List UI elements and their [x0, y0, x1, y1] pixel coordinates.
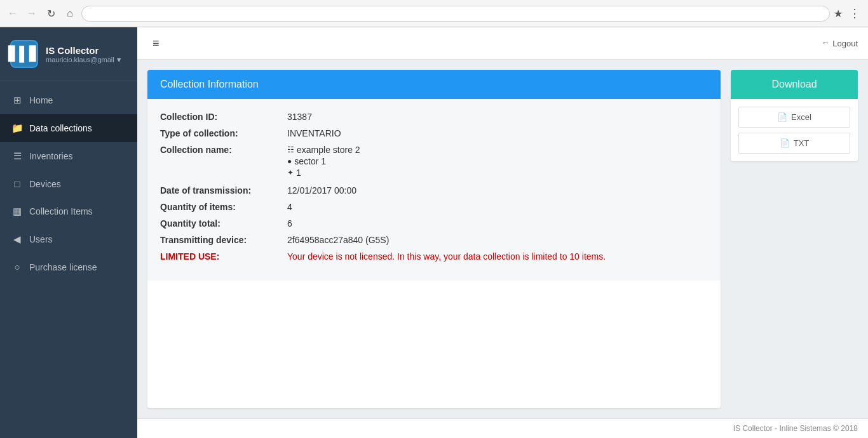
home-button[interactable]: ⌂: [62, 6, 78, 21]
sidebar-item-users[interactable]: ◀ Users: [0, 225, 137, 253]
sidebar-item-home[interactable]: ⊞ Home: [0, 86, 137, 114]
main-content: ≡ → Logout Collection Information Collec…: [137, 27, 868, 438]
info-row-date: Date of transmission: 12/01/2017 00:00: [160, 185, 708, 196]
sidebar-item-inventories-label: Inventories: [29, 151, 72, 161]
back-button[interactable]: ←: [5, 6, 20, 21]
sidebar-user-email: mauricio.klaus@gmail ▼: [46, 56, 123, 63]
logo-icon: ▋▌▋: [10, 40, 38, 68]
info-row-limited-use: LIMITED USE: Your device is not licensed…: [160, 251, 708, 262]
collection-panel-header: Collection Information: [147, 70, 721, 99]
download-panel-header: Download: [731, 70, 858, 99]
qty-items-value: 4: [287, 202, 292, 212]
list-icon: ☰: [11, 150, 23, 162]
type-value: INVENTARIO: [287, 128, 341, 138]
collection-name-line1: ☷ example store 2: [287, 145, 360, 155]
user-icon: ◀: [11, 234, 23, 245]
sidebar-item-data-collections[interactable]: 📁 Data collections: [0, 114, 137, 142]
sidebar-item-data-collections-label: Data collections: [29, 123, 92, 133]
collection-panel: Collection Information Collection ID: 31…: [147, 70, 721, 408]
qty-total-label: Quantity total:: [160, 218, 287, 229]
list-icon-small: ☷: [287, 145, 294, 154]
excel-download-button[interactable]: 📄 Excel: [738, 107, 850, 128]
hamburger-button[interactable]: ≡: [147, 35, 165, 51]
home-icon: ⊞: [11, 95, 23, 106]
logout-button[interactable]: → Logout: [822, 39, 858, 48]
download-panel-body: 📄 Excel 📄 TXT: [731, 99, 858, 161]
excel-label: Excel: [791, 112, 811, 122]
collection-name-line3: ✦ 1: [287, 168, 360, 178]
grid-icon: ▦: [11, 206, 23, 217]
qty-items-label: Quantity of items:: [160, 202, 287, 212]
download-panel: Download 📄 Excel 📄 TXT: [731, 70, 858, 408]
sidebar-item-devices-label: Devices: [29, 179, 61, 189]
collection-name-label: Collection name:: [160, 145, 287, 155]
browser-toolbar: ← → ↻ ⌂ www.iscollector.com/app/manager/…: [0, 0, 868, 27]
folder-icon: 📁: [11, 123, 23, 134]
sidebar: ▋▌▋ IS Collector mauricio.klaus@gmail ▼ …: [0, 27, 137, 438]
excel-icon: 📄: [777, 112, 787, 122]
collection-panel-body: Collection ID: 31387 Type of collection:…: [147, 99, 721, 281]
info-row-collection-id: Collection ID: 31387: [160, 112, 708, 122]
logout-icon: →: [822, 39, 830, 48]
qty-total-value: 6: [287, 218, 292, 229]
url-input[interactable]: www.iscollector.com/app/manager/collect/…: [90, 9, 822, 18]
bookmark-button[interactable]: ★: [834, 8, 843, 20]
topbar: ≡ → Logout: [137, 27, 868, 60]
sidebar-nav: ⊞ Home 📁 Data collections ☰ Inventories …: [0, 81, 137, 438]
sidebar-item-devices[interactable]: □ Devices: [0, 170, 137, 197]
txt-label: TXT: [794, 138, 810, 148]
brand-name: IS Collector: [46, 45, 123, 56]
puzzle-icon: ✦: [287, 168, 294, 177]
address-bar[interactable]: www.iscollector.com/app/manager/collect/…: [81, 6, 830, 22]
sidebar-item-collection-items[interactable]: ▦ Collection Items: [0, 197, 137, 225]
sidebar-item-users-label: Users: [29, 234, 53, 244]
browser-menu-button[interactable]: ⋮: [846, 4, 863, 23]
app-wrapper: ▋▌▋ IS Collector mauricio.klaus@gmail ▼ …: [0, 27, 868, 438]
sidebar-brand: IS Collector mauricio.klaus@gmail ▼: [46, 45, 123, 63]
device-icon: □: [11, 178, 23, 189]
info-row-quantity-total: Quantity total: 6: [160, 218, 708, 229]
date-value: 12/01/2017 00:00: [287, 185, 356, 196]
logout-label: Logout: [832, 39, 858, 48]
sidebar-item-purchase-license-label: Purchase license: [29, 262, 97, 272]
limited-use-label: LIMITED USE:: [160, 251, 287, 262]
logo-barcode-icon: ▋▌▋: [8, 46, 40, 62]
collection-id-label: Collection ID:: [160, 112, 287, 122]
collection-name-value: ☷ example store 2 ● sector 1 ✦ 1: [287, 145, 360, 179]
forward-button[interactable]: →: [24, 6, 39, 21]
content-area: Collection Information Collection ID: 31…: [137, 60, 868, 418]
page-footer: IS Collector - Inline Sistemas © 2018: [137, 418, 868, 438]
device-value: 2f64958acc27a840 (G5S): [287, 235, 389, 245]
limited-use-value: Your device is not licensed. In this way…: [287, 251, 606, 262]
device-label: Transmitting device:: [160, 235, 287, 245]
cart-icon: ○: [11, 262, 23, 272]
footer-text: IS Collector - Inline Sistemas © 2018: [733, 424, 858, 433]
download-title: Download: [771, 79, 817, 90]
type-label: Type of collection:: [160, 128, 287, 138]
info-row-device: Transmitting device: 2f64958acc27a840 (G…: [160, 235, 708, 245]
date-label: Date of transmission:: [160, 185, 287, 196]
sidebar-item-collection-items-label: Collection Items: [29, 206, 93, 216]
location-icon: ●: [287, 157, 292, 166]
info-row-type: Type of collection: INVENTARIO: [160, 128, 708, 138]
info-row-collection-name: Collection name: ☷ example store 2 ● sec…: [160, 145, 708, 179]
reload-button[interactable]: ↻: [43, 6, 58, 21]
sidebar-item-home-label: Home: [29, 95, 53, 105]
browser-chrome: ← → ↻ ⌂ www.iscollector.com/app/manager/…: [0, 0, 868, 27]
collection-panel-title: Collection Information: [160, 79, 259, 90]
sidebar-header: ▋▌▋ IS Collector mauricio.klaus@gmail ▼: [0, 27, 137, 81]
info-row-quantity-items: Quantity of items: 4: [160, 202, 708, 212]
txt-download-button[interactable]: 📄 TXT: [738, 133, 850, 154]
txt-icon: 📄: [780, 138, 790, 148]
sidebar-item-inventories[interactable]: ☰ Inventories: [0, 142, 137, 170]
sidebar-item-purchase-license[interactable]: ○ Purchase license: [0, 253, 137, 281]
dropdown-arrow-icon: ▼: [116, 56, 123, 63]
collection-id-value: 31387: [287, 112, 312, 122]
collection-name-line2: ● sector 1: [287, 156, 360, 166]
